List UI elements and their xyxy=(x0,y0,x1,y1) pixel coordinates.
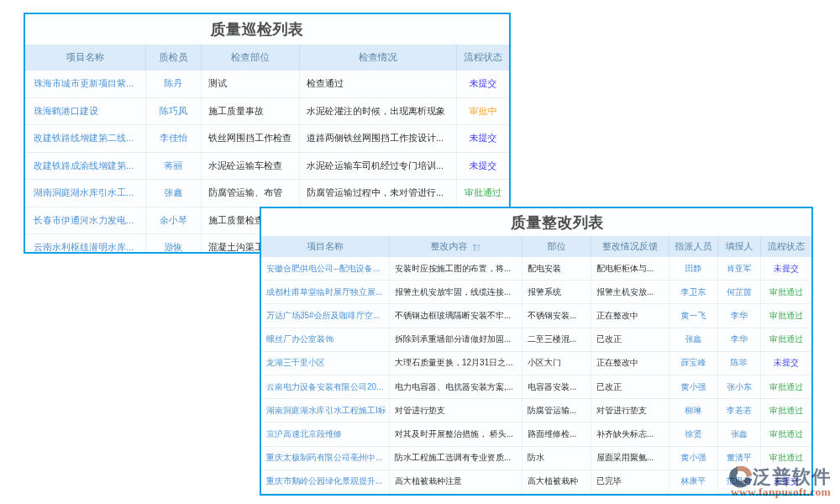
cell-text: 施工质量事故 xyxy=(208,105,264,118)
project-link[interactable]: 湖南洞庭湖水库引水工程施工I标 xyxy=(266,405,386,417)
rectification-row-7[interactable]: 京沪高速北京段维修对其及时开展整治措施， 桥头...路面维修检...补齐缺失标志… xyxy=(261,423,811,446)
status-badge: 未提交 xyxy=(774,357,799,369)
status-badge: 审批通过 xyxy=(769,310,803,322)
rectification-cell-r7-c2: 路面维修检... xyxy=(522,423,591,445)
reporter-name: 张小东 xyxy=(727,381,752,393)
rectification-cell-r2-c4: 黄一飞 xyxy=(669,304,718,327)
inspector-name: 张鑫 xyxy=(165,186,183,199)
project-link[interactable]: 重庆太极制药有限公司亳州中... xyxy=(266,452,382,464)
inspection-cell-r4-c2: 防腐管运输、布管 xyxy=(202,180,300,207)
project-link[interactable]: 安徽合肥供电公司--配电设备... xyxy=(266,263,380,275)
rectification-cell-r9-c6: 未提交 xyxy=(761,470,811,493)
rectification-cell-r5-c6: 审批通过 xyxy=(761,375,811,398)
rectification-cell-r8-c3: 屋面采用聚氨... xyxy=(591,447,669,470)
project-link[interactable]: 云南电力设备安装有限公司20... xyxy=(266,381,383,393)
rectification-cell-r6-c3: 对管进行垫支 xyxy=(591,399,669,422)
rectification-cell-r5-c1: 电力电容器、电抗器安装方案,... xyxy=(390,375,522,398)
inspection-cell-r1-c0: 珠海鹤港口建设 xyxy=(25,98,146,125)
rectification-cell-r9-c5: 范思哲 xyxy=(718,470,761,493)
project-link[interactable]: 重庆市鹅岭公园绿化景观提升... xyxy=(266,475,382,487)
rectification-row-5[interactable]: 云南电力设备安装有限公司20...电力电容器、电抗器安装方案,...电容器安装.… xyxy=(261,375,811,399)
project-link[interactable]: 改建铁路成渝线增建第... xyxy=(34,160,134,172)
inspection-cell-r2-c1: 李佳怡 xyxy=(146,125,202,152)
cell-text: 对管进行垫支 xyxy=(395,405,445,417)
inspection-cell-r6-c1: 游恢 xyxy=(146,234,202,254)
rectification-cell-r9-c1: 高大植被栽种注意 xyxy=(390,470,522,493)
rectification-row-1[interactable]: 成都杜甫草堂临时展厅独立展...报警主机安放牢固，线缆连接...报警系统报警主机… xyxy=(261,281,811,304)
rectification-cell-r8-c5: 董清平 xyxy=(718,447,761,470)
rectification-cell-r3-c5: 李华 xyxy=(718,328,761,351)
project-link[interactable]: 云南水利枢纽潜明水库... xyxy=(34,241,134,254)
rectification-cell-r4-c5: 陈菲 xyxy=(718,352,761,375)
rectification-cell-r3-c3: 已改正 xyxy=(591,328,669,351)
rectification-cell-r3-c2: 二至三楼混... xyxy=(522,328,591,351)
cell-text: 报警主机安放牢固，线缆连接... xyxy=(395,286,511,298)
rectification-row-3[interactable]: 螺丝厂办公室装饰拆除到承重墙部分请做好加固...二至三楼混...已改正张鑫李华审… xyxy=(261,328,811,352)
inspector-name: 李佳怡 xyxy=(160,132,187,144)
rectification-cell-r2-c3: 正在整改中 xyxy=(591,304,669,327)
rectification-cell-r7-c4: 徐贤 xyxy=(669,423,718,445)
sort-icon[interactable] xyxy=(472,243,481,252)
rectification-cell-r7-c3: 补齐缺失标志... xyxy=(591,423,669,445)
project-link[interactable]: 珠海鹤港口建设 xyxy=(34,105,98,118)
rectification-cell-r8-c2: 防水 xyxy=(522,447,591,470)
status-badge: 审批通过 xyxy=(769,405,803,417)
rectification-row-2[interactable]: 万达广场35#会所及咖啡厅空...不锈钢边框玻璃隔断安装不牢...不锈钢安装..… xyxy=(261,304,811,328)
assignee-name: 林康平 xyxy=(681,475,706,487)
status-badge: 审批通过 xyxy=(769,428,803,440)
project-link[interactable]: 万达广场35#会所及咖啡厅空... xyxy=(266,310,380,322)
cell-text: 安装时应按施工图的布置，将... xyxy=(395,263,511,275)
inspection-col-header-0: 项目名称 xyxy=(25,45,146,71)
inspection-row-3[interactable]: 改建铁路成渝线增建第...蒋丽水泥砼运输车检查水泥砼运输车司机经过专门培训...… xyxy=(25,153,509,181)
project-link[interactable]: 珠海市城市更新项目紫... xyxy=(34,77,134,90)
project-link[interactable]: 湖南洞庭湖水库引水工... xyxy=(34,186,134,199)
rectification-cell-r8-c6: 审批通过 xyxy=(761,447,811,470)
rectification-cell-r1-c6: 审批通过 xyxy=(761,281,811,303)
inspection-cell-r1-c1: 陈巧凤 xyxy=(146,98,202,125)
project-link[interactable]: 京沪高速北京段维修 xyxy=(266,428,342,440)
inspection-cell-r0-c4: 未提交 xyxy=(457,71,509,97)
project-link[interactable]: 长春市伊通河水力发电... xyxy=(34,214,134,227)
project-link[interactable]: 改建铁路线增建第二线... xyxy=(34,132,134,144)
rectification-col-header-3: 整改情况反馈 xyxy=(591,236,669,257)
inspection-row-1[interactable]: 珠海鹤港口建设陈巧凤施工质量事故水泥砼灌注的时候，出现离析现象审批中 xyxy=(25,98,509,126)
rectification-cell-r2-c2: 不锈钢安装... xyxy=(522,304,591,327)
cell-text: 电容器安装... xyxy=(528,381,576,393)
rectification-cell-r7-c6: 审批通过 xyxy=(761,423,811,445)
rectification-cell-r5-c0: 云南电力设备安装有限公司20... xyxy=(261,375,390,398)
project-link[interactable]: 螺丝厂办公室装饰 xyxy=(266,333,333,345)
rectification-cell-r9-c0: 重庆市鹅岭公园绿化景观提升... xyxy=(261,470,390,493)
inspection-row-2[interactable]: 改建铁路线增建第二线...李佳怡铁丝网围挡工作检查道路两侧铁丝网围挡工作按设计.… xyxy=(25,125,509,153)
project-link[interactable]: 龙湖三千里小区 xyxy=(266,357,325,369)
cell-text: 对其及时开展整治措施， 桥头... xyxy=(395,428,513,440)
status-badge: 未提交 xyxy=(470,132,497,144)
inspection-cell-r3-c3: 水泥砼运输车司机经过专门培训... xyxy=(300,153,457,180)
assignee-name: 黄小强 xyxy=(681,452,706,464)
status-badge: 审批通过 xyxy=(769,333,803,345)
project-link[interactable]: 成都杜甫草堂临时展厅独立展... xyxy=(266,286,382,298)
inspector-name: 蒋丽 xyxy=(165,160,183,172)
rectification-cell-r3-c4: 张鑫 xyxy=(669,328,718,351)
inspection-cell-r1-c2: 施工质量事故 xyxy=(202,98,300,125)
status-badge: 审批通过 xyxy=(769,452,803,464)
cell-text: 正在整改中 xyxy=(596,310,638,322)
rectification-row-4[interactable]: 龙湖三千里小区大理石质量更换，12月31日之...小区大门正在整改中薛宝峰陈菲未… xyxy=(261,352,811,375)
rectification-row-6[interactable]: 湖南洞庭湖水库引水工程施工I标对管进行垫支防腐管运输...对管进行垫支柳琳李若若… xyxy=(261,399,811,423)
rectification-row-0[interactable]: 安徽合肥供电公司--配电设备...安装时应按施工图的布置，将...配电安装配电柜… xyxy=(261,257,811,281)
rectification-cell-r6-c5: 李若若 xyxy=(718,399,761,422)
rectification-row-8[interactable]: 重庆太极制药有限公司亳州中...防水工程施工选调有专业资质...防水屋面采用聚氨… xyxy=(261,447,811,470)
cell-text: 报警主机安放... xyxy=(596,286,654,298)
inspection-row-0[interactable]: 珠海市城市更新项目紫...陈丹测试检查通过未提交 xyxy=(25,71,509,98)
inspection-cell-r0-c2: 测试 xyxy=(202,71,300,97)
rectification-cell-r6-c6: 审批通过 xyxy=(761,399,811,422)
rectification-cell-r7-c1: 对其及时开展整治措施， 桥头... xyxy=(390,423,522,445)
cell-text: 防腐管运输... xyxy=(528,405,576,417)
cell-text: 水泥砼灌注的时候，出现离析现象 xyxy=(307,105,445,118)
inspection-cell-r1-c4: 审批中 xyxy=(457,98,509,125)
inspection-row-4[interactable]: 湖南洞庭湖水库引水工...张鑫防腐管运输、布管防腐管运输过程中，未对管进行...… xyxy=(25,180,509,207)
rectification-cell-r4-c6: 未提交 xyxy=(761,352,811,375)
cell-text: 水泥砼运输车司机经过专门培训... xyxy=(307,160,444,172)
rectification-row-9[interactable]: 重庆市鹅岭公园绿化景观提升...高大植被栽种注意高大植被栽种已完毕林康平范思哲未… xyxy=(261,470,811,494)
rectification-cell-r9-c4: 林康平 xyxy=(669,470,718,493)
cell-text: 已改正 xyxy=(596,333,622,345)
